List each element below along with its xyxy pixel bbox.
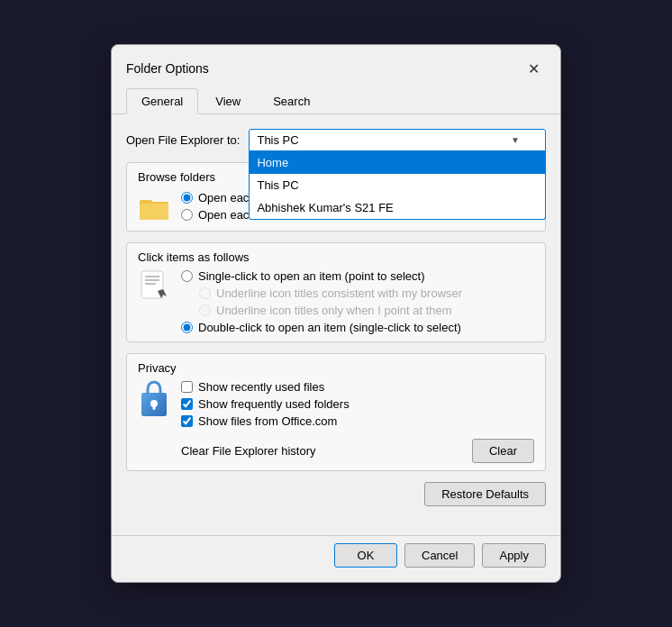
tab-bar: General View Search <box>112 81 560 114</box>
tab-content-general: Open File Explorer to: This PC ▼ Home Th… <box>112 114 560 532</box>
svg-rect-2 <box>140 204 168 220</box>
click-underline-hover-label[interactable]: Underline icon titles only when I point … <box>216 304 452 317</box>
click-underline-always-row: Underline icon titles consistent with my… <box>199 286 462 300</box>
click-double-radio[interactable] <box>181 322 193 333</box>
open-file-explorer-dropdown[interactable]: This PC ▼ Home This PC Abhishek Kumar's … <box>249 129 546 151</box>
click-underline-hover-row: Underline icon titles only when I point … <box>199 304 462 317</box>
title-bar: Folder Options ✕ <box>112 45 560 81</box>
dropdown-list: Home This PC Abhishek Kumar's S21 FE <box>249 151 546 220</box>
click-items-icon <box>138 269 170 302</box>
privacy-icon <box>138 380 170 420</box>
browse-folders-icon <box>138 191 170 223</box>
open-file-explorer-label: Open File Explorer to: <box>126 133 240 147</box>
dialog-title: Folder Options <box>126 61 209 76</box>
click-items-radio-group: Single-click to open an item (point to s… <box>181 269 462 334</box>
privacy-recent-files-label[interactable]: Show recently used files <box>198 380 324 394</box>
click-items-inner: Single-click to open an item (point to s… <box>138 269 534 334</box>
browse-folders-radio1[interactable] <box>181 192 193 204</box>
click-underline-hover-radio[interactable] <box>199 304 211 316</box>
dropdown-item-custom[interactable]: Abhishek Kumar's S21 FE <box>250 196 545 219</box>
dropdown-display[interactable]: This PC ▼ <box>249 129 546 151</box>
click-single-row: Single-click to open an item (point to s… <box>181 269 462 283</box>
browse-folders-radio2[interactable] <box>181 209 193 221</box>
click-single-radio[interactable] <box>181 270 193 282</box>
dialog-footer: OK Cancel Apply <box>112 535 560 582</box>
privacy-frequent-folders-label[interactable]: Show frequently used folders <box>198 397 350 411</box>
dropdown-arrow-icon: ▼ <box>511 135 520 145</box>
privacy-checkbox-group: Show recently used files Show frequently… <box>181 380 534 463</box>
privacy-recent-files-row: Show recently used files <box>181 380 534 394</box>
restore-defaults-button[interactable]: Restore Defaults <box>424 482 546 506</box>
privacy-frequent-folders-checkbox[interactable] <box>181 398 193 410</box>
cancel-button[interactable]: Cancel <box>404 543 475 568</box>
clear-history-label: Clear File Explorer history <box>181 444 316 458</box>
folder-options-dialog: Folder Options ✕ General View Search Ope… <box>111 44 561 583</box>
click-underline-always-radio[interactable] <box>199 287 211 299</box>
dropdown-current-value: This PC <box>257 133 298 147</box>
apply-button[interactable]: Apply <box>482 543 546 568</box>
click-double-row: Double-click to open an item (single-cli… <box>181 321 462 334</box>
click-items-group: Click items as follows Single-clic <box>126 242 546 342</box>
ok-button[interactable]: OK <box>334 543 397 568</box>
privacy-group: Privacy <box>126 353 546 471</box>
tab-search[interactable]: Search <box>258 88 325 114</box>
close-button[interactable]: ✕ <box>521 56 546 81</box>
svg-rect-10 <box>153 405 156 410</box>
clear-button[interactable]: Clear <box>472 439 534 463</box>
tab-general[interactable]: General <box>126 88 198 114</box>
privacy-recent-files-checkbox[interactable] <box>181 381 193 393</box>
privacy-inner: Show recently used files Show frequently… <box>138 380 534 463</box>
dropdown-item-home[interactable]: Home <box>250 151 545 174</box>
click-underline-always-label[interactable]: Underline icon titles consistent with my… <box>216 286 462 300</box>
privacy-legend: Privacy <box>138 361 534 375</box>
restore-defaults-row: Restore Defaults <box>126 482 546 506</box>
tab-view[interactable]: View <box>200 88 256 114</box>
click-single-label[interactable]: Single-click to open an item (point to s… <box>198 269 424 283</box>
open-file-explorer-row: Open File Explorer to: This PC ▼ Home Th… <box>126 129 546 151</box>
dropdown-item-thispc[interactable]: This PC <box>250 174 545 196</box>
privacy-frequent-folders-row: Show frequently used folders <box>181 397 534 411</box>
click-items-legend: Click items as follows <box>138 250 534 264</box>
click-double-label[interactable]: Double-click to open an item (single-cli… <box>198 321 461 334</box>
privacy-office-checkbox[interactable] <box>181 415 193 427</box>
privacy-office-label[interactable]: Show files from Office.com <box>198 414 337 428</box>
clear-history-row: Clear File Explorer history Clear <box>181 439 534 463</box>
privacy-office-row: Show files from Office.com <box>181 414 534 428</box>
